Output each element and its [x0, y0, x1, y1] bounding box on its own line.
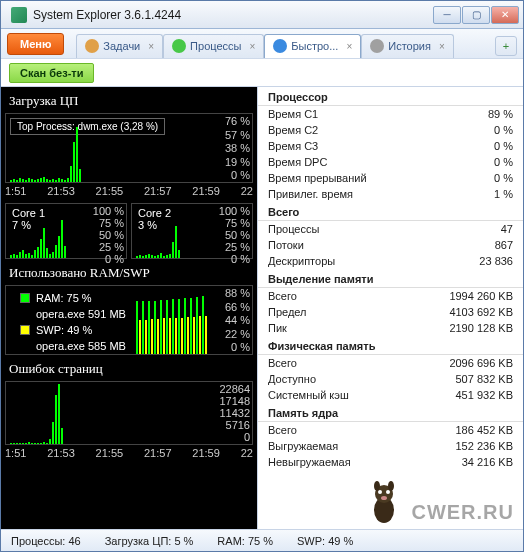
- info-header: Процессор: [258, 87, 523, 106]
- tab-label: Быстро...: [291, 40, 338, 52]
- tab-icon: [172, 39, 186, 53]
- tab-close-icon[interactable]: ×: [439, 41, 445, 52]
- info-panel: ПроцессорВремя C189 %Время C20 %Время C3…: [257, 87, 523, 529]
- tab-1[interactable]: Процессы×: [163, 34, 264, 58]
- ram-proc: opera.exe 591 MB: [36, 308, 126, 320]
- info-row: Всего2096 696 KB: [258, 355, 523, 371]
- status-cpu: Загрузка ЦП: 5 %: [105, 535, 194, 547]
- pf-chart-title: Ошибок страниц: [1, 355, 257, 381]
- svg-point-2: [378, 490, 382, 494]
- ram-swatch-icon: [20, 293, 30, 303]
- info-row: Дескрипторы23 836: [258, 253, 523, 269]
- titlebar: System Explorer 3.6.1.4244 ─ ▢ ✕: [1, 1, 523, 29]
- maximize-button[interactable]: ▢: [462, 6, 490, 24]
- tab-close-icon[interactable]: ×: [249, 41, 255, 52]
- toolbar: Меню Задачи×Процессы×Быстро...×История× …: [1, 29, 523, 59]
- ram-label: RAM: 75 %: [36, 292, 92, 304]
- info-row: Время C189 %: [258, 106, 523, 122]
- info-row: Привилег. время1 %: [258, 186, 523, 202]
- tab-strip: Задачи×Процессы×Быстро...×История×: [76, 30, 491, 58]
- tab-label: История: [388, 40, 431, 52]
- menu-button[interactable]: Меню: [7, 33, 64, 55]
- tab-icon: [85, 39, 99, 53]
- tab-3[interactable]: История×: [361, 34, 454, 58]
- status-swp: SWP: 49 %: [297, 535, 353, 547]
- cpu-chart-title: Загрузка ЦП: [1, 87, 257, 113]
- info-row: Время C20 %: [258, 122, 523, 138]
- swp-label: SWP: 49 %: [36, 324, 92, 336]
- pf-x-axis: 1:5121:5321:5521:5721:5922: [1, 445, 257, 461]
- cpu-x-axis: 1:5121:5321:5521:5721:5922: [1, 183, 257, 199]
- app-icon: [11, 7, 27, 23]
- info-header: Всего: [258, 202, 523, 221]
- info-row: Время DPC0 %: [258, 154, 523, 170]
- info-row: Системный кэш451 932 KB: [258, 387, 523, 403]
- info-row: Выгружаемая152 236 KB: [258, 438, 523, 454]
- window-title: System Explorer 3.6.1.4244: [33, 8, 433, 22]
- sub-toolbar: Скан без-ти: [1, 59, 523, 87]
- svg-point-6: [388, 481, 394, 491]
- swp-proc: opera.exe 585 MB: [36, 340, 126, 352]
- add-tab-button[interactable]: +: [495, 36, 517, 56]
- tab-icon: [370, 39, 384, 53]
- info-header: Выделение памяти: [258, 269, 523, 288]
- mascot-icon: [364, 480, 404, 526]
- swp-swatch-icon: [20, 325, 30, 335]
- tab-close-icon[interactable]: ×: [148, 41, 154, 52]
- tab-icon: [273, 39, 287, 53]
- svg-point-5: [374, 481, 380, 491]
- security-scan-button[interactable]: Скан без-ти: [9, 63, 94, 83]
- info-row: Всего186 452 KB: [258, 422, 523, 438]
- info-row: Невыгружаемая34 216 KB: [258, 454, 523, 470]
- tab-2[interactable]: Быстро...×: [264, 34, 361, 58]
- info-row: Время прерываний0 %: [258, 170, 523, 186]
- info-row: Всего1994 260 KB: [258, 288, 523, 304]
- info-row: Пик2190 128 KB: [258, 320, 523, 336]
- minimize-button[interactable]: ─: [433, 6, 461, 24]
- info-row: Предел4103 692 KB: [258, 304, 523, 320]
- tab-label: Процессы: [190, 40, 241, 52]
- tab-0[interactable]: Задачи×: [76, 34, 163, 58]
- tab-close-icon[interactable]: ×: [346, 41, 352, 52]
- info-header: Память ядра: [258, 403, 523, 422]
- info-row: Время C30 %: [258, 138, 523, 154]
- close-button[interactable]: ✕: [491, 6, 519, 24]
- status-bar: Процессы: 46 Загрузка ЦП: 5 % RAM: 75 % …: [1, 529, 523, 551]
- info-row: Доступно507 832 KB: [258, 371, 523, 387]
- status-ram: RAM: 75 %: [217, 535, 273, 547]
- svg-point-4: [381, 496, 387, 500]
- tab-label: Задачи: [103, 40, 140, 52]
- svg-point-3: [386, 490, 390, 494]
- status-processes: Процессы: 46: [11, 535, 81, 547]
- charts-panel: Загрузка ЦП Top Process: dwm.exe (3,28 %…: [1, 87, 257, 529]
- info-row: Процессы47: [258, 221, 523, 237]
- info-row: Потоки867: [258, 237, 523, 253]
- info-header: Физическая память: [258, 336, 523, 355]
